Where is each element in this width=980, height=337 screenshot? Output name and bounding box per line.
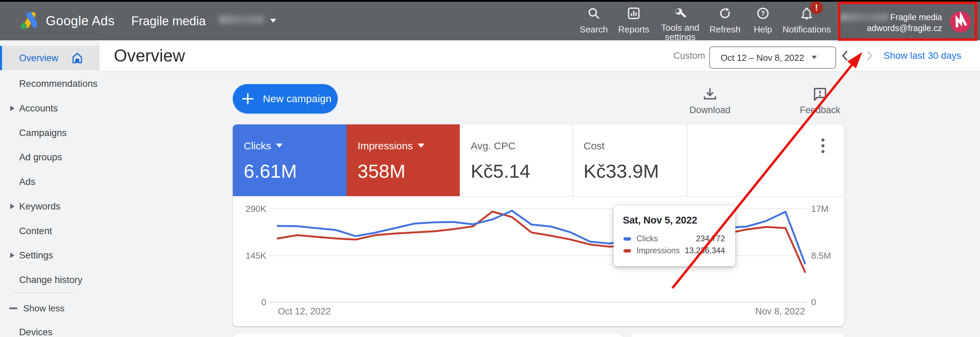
- redacted-profile-id: [839, 13, 889, 21]
- y-axis-tick-label: 8.5M: [811, 251, 849, 260]
- topbar-notifications-button[interactable]: Notifications: [778, 2, 836, 40]
- sidebar-item-ads[interactable]: Ads: [0, 170, 99, 194]
- profile-email: adwords@fragile.cz: [867, 22, 942, 33]
- avatar[interactable]: [950, 11, 971, 32]
- search-icon: [588, 7, 600, 19]
- overview-chart-card: Clicks 6.61M Impressions 358M Avg. CPC K…: [233, 124, 844, 326]
- bottom-card: [632, 334, 844, 337]
- x-axis-tick-label: Oct 12, 2022: [278, 306, 331, 317]
- new-campaign-button[interactable]: New campaign: [233, 84, 338, 113]
- home-icon: [72, 52, 82, 63]
- date-range-type: Custom: [673, 40, 705, 71]
- sidebar: Overview Recommendations Accounts Campai…: [0, 40, 99, 337]
- refresh-icon: [719, 7, 731, 19]
- y-axis-tick-label: 0: [811, 298, 849, 307]
- google-ads-logo: [21, 12, 37, 29]
- clicks-swatch: [624, 237, 631, 241]
- y-axis-tick-label: 0: [233, 298, 266, 307]
- sidebar-item-recommendations[interactable]: Recommendations: [0, 72, 99, 96]
- y-axis-tick-label: 145K: [233, 251, 266, 260]
- help-icon: ?: [757, 7, 769, 19]
- expand-triangle-icon[interactable]: [10, 106, 14, 111]
- date-range-value: Oct 12 – Nov 8, 2022: [721, 52, 804, 63]
- sidebar-item-content[interactable]: Content: [0, 219, 99, 243]
- date-range-picker[interactable]: Oct 12 – Nov 8, 2022: [709, 46, 836, 69]
- expand-triangle-icon[interactable]: [10, 253, 14, 258]
- minus-icon: [9, 308, 18, 309]
- next-range-button[interactable]: [864, 51, 874, 61]
- chart-tooltip: Sat, Nov 5, 2022 Clicks 234,772 Impressi…: [614, 205, 735, 266]
- sidebar-item-label: Overview: [19, 52, 59, 64]
- bottom-card: [233, 334, 623, 337]
- reports-icon: [628, 7, 640, 19]
- tooltip-row-impressions: Impressions 13,236,344: [623, 246, 725, 257]
- topbar-notifications-label: Notifications: [778, 25, 836, 34]
- expand-triangle-icon[interactable]: [10, 204, 14, 209]
- notification-badge: !: [810, 2, 823, 14]
- feedback-icon: [813, 87, 827, 101]
- chevron-down-icon: [811, 56, 817, 59]
- sidebar-item-overview[interactable]: Overview: [0, 46, 99, 70]
- y-axis-tick-label: 290K: [233, 204, 266, 213]
- previous-range-button[interactable]: [840, 51, 850, 61]
- download-icon: [703, 87, 717, 101]
- wrench-icon: [674, 7, 686, 19]
- sidebar-item-ad-groups[interactable]: Ad groups: [0, 145, 99, 170]
- tooltip-row-clicks: Clicks 234,772: [623, 234, 725, 245]
- redacted-account-id: [219, 15, 264, 24]
- topbar: Google Ads Fragile media Search Reports …: [0, 2, 980, 40]
- line-chart[interactable]: [233, 124, 844, 326]
- sidebar-divider: [12, 292, 75, 293]
- page-title: Overview: [114, 40, 185, 71]
- show-last-30-days-link[interactable]: Show last 30 days: [884, 40, 961, 71]
- sidebar-item-devices[interactable]: Devices: [0, 320, 99, 337]
- sidebar-item-settings[interactable]: Settings: [0, 243, 99, 268]
- new-campaign-label: New campaign: [263, 84, 332, 113]
- product-name: Google Ads: [46, 2, 115, 40]
- tooltip-title: Sat, Nov 5, 2022: [623, 215, 697, 226]
- sidebar-item-campaigns[interactable]: Campaigns: [0, 121, 99, 145]
- plus-icon: [242, 93, 254, 105]
- sidebar-item-keywords[interactable]: Keywords: [0, 194, 99, 219]
- y-axis-tick-label: 17M: [811, 204, 849, 213]
- sidebar-item-change-history[interactable]: Change history: [0, 268, 99, 292]
- account-switcher-caret-icon[interactable]: [270, 19, 276, 22]
- sidebar-item-accounts[interactable]: Accounts: [0, 96, 99, 121]
- topbar-account-name: Fragile media: [131, 2, 206, 40]
- avatar-logo-icon: [950, 11, 971, 32]
- svg-text:?: ?: [761, 10, 765, 17]
- impressions-swatch: [624, 249, 631, 253]
- selected-indicator-bar: [0, 46, 2, 70]
- x-axis-tick-label: Nov 8, 2022: [737, 306, 805, 317]
- sidebar-show-less[interactable]: Show less: [0, 296, 99, 321]
